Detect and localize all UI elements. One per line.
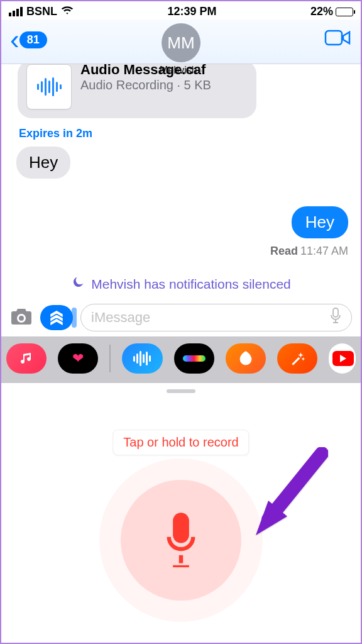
app-stickers[interactable]	[174, 343, 214, 374]
app-effects[interactable]	[277, 343, 317, 374]
wifi-icon	[61, 5, 74, 18]
video-call-button[interactable]	[324, 28, 352, 52]
status-bar: BSNL 12:39 PM 22%	[1, 1, 361, 19]
battery-icon	[336, 8, 353, 16]
message-placeholder: iMessage	[91, 309, 150, 326]
read-receipt: Read11:47 AM	[14, 245, 348, 258]
outgoing-message[interactable]: Hey	[292, 206, 348, 238]
status-left: BSNL	[9, 5, 74, 18]
moon-icon	[71, 275, 85, 292]
record-hint: Tap or hold to record	[112, 430, 249, 455]
chevron-left-icon: ‹	[10, 33, 19, 47]
app-garageband[interactable]	[226, 343, 266, 374]
imessage-app-strip[interactable]: ❤	[1, 336, 361, 383]
app-music[interactable]	[6, 343, 47, 374]
app-digital-touch[interactable]: ❤	[58, 343, 98, 374]
audio-record-drawer: Tap or hold to record	[1, 389, 361, 641]
unread-badge: 81	[19, 31, 47, 48]
dictation-icon[interactable]	[330, 308, 341, 328]
annotation-arrow-icon	[234, 447, 328, 544]
imessage-apps-button[interactable]	[40, 305, 73, 330]
conversation-header: ‹ 81 MM Mehvish ›	[1, 19, 361, 64]
audio-waveform-icon	[26, 64, 72, 109]
app-audio-messages[interactable]	[122, 343, 162, 374]
svg-rect-1	[333, 308, 338, 317]
strip-divider	[109, 345, 111, 372]
app-youtube[interactable]	[329, 343, 356, 374]
read-label: Read	[270, 245, 298, 257]
incoming-message[interactable]: Hey	[16, 147, 70, 179]
record-button[interactable]	[159, 511, 203, 570]
clock: 12:39 PM	[167, 5, 216, 18]
compose-row: iMessage	[1, 296, 361, 336]
svg-rect-0	[326, 31, 342, 45]
signal-bars-icon	[9, 7, 23, 16]
status-right: 22%	[310, 5, 353, 18]
chevron-right-icon: ›	[199, 65, 202, 76]
notifications-silenced: Mehvish has notifications silenced	[14, 275, 348, 292]
message-input[interactable]: iMessage	[80, 304, 352, 331]
conversation-area[interactable]: Audio Message.caf Audio Recording · 5 KB…	[1, 60, 361, 296]
expiry-label: Expires in 2m	[19, 127, 348, 140]
battery-percent: 22%	[310, 5, 333, 18]
svg-rect-2	[173, 513, 189, 543]
drawer-handle[interactable]	[167, 389, 195, 393]
avatar: MM	[162, 23, 200, 62]
battery-indicator: 22%	[310, 5, 353, 18]
carrier-label: BSNL	[26, 5, 57, 18]
audio-subtitle: Audio Recording · 5 KB	[80, 78, 211, 92]
audio-message-bubble[interactable]: Audio Message.caf Audio Recording · 5 KB	[18, 60, 256, 118]
contact-name: Mehvish	[160, 65, 197, 76]
back-button[interactable]: ‹ 81	[10, 31, 47, 48]
silenced-text: Mehvish has notifications silenced	[91, 277, 291, 292]
contact-info[interactable]: MM Mehvish ›	[160, 23, 202, 76]
camera-button[interactable]	[10, 306, 33, 330]
read-time: 11:47 AM	[300, 245, 348, 257]
